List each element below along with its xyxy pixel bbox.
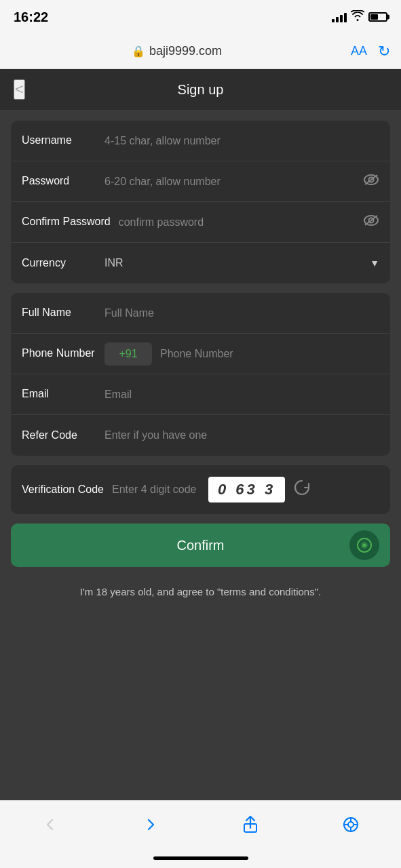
- currency-row[interactable]: Currency INR ▼: [11, 243, 390, 283]
- main-content: Username Password Confirm Password: [0, 110, 401, 800]
- page-header: < Sign up: [0, 69, 401, 110]
- username-input[interactable]: [104, 135, 379, 147]
- currency-label: Currency: [22, 256, 96, 271]
- status-bar: 16:22: [0, 0, 401, 34]
- captcha-display: 0 63 3: [208, 477, 285, 502]
- currency-dropdown-arrow: ▼: [370, 258, 379, 269]
- nav-forward-button[interactable]: [134, 808, 168, 842]
- refer-code-row: Refer Code: [11, 415, 390, 456]
- phone-number-row: Phone Number +91: [11, 334, 390, 374]
- refer-code-input[interactable]: [104, 429, 379, 441]
- username-label: Username: [22, 134, 96, 148]
- refer-code-label: Refer Code: [22, 429, 96, 443]
- currency-value: INR: [104, 257, 362, 269]
- svg-point-8: [363, 544, 366, 547]
- nav-share-button[interactable]: [233, 808, 267, 842]
- confirm-password-eye-icon[interactable]: [363, 214, 379, 230]
- browser-nav: [0, 800, 401, 848]
- wifi-icon: [351, 10, 364, 24]
- email-label: Email: [22, 387, 96, 401]
- confirm-password-row: Confirm Password: [11, 202, 390, 243]
- page-title: Sign up: [178, 82, 224, 98]
- verification-label: Verification Code: [22, 483, 104, 497]
- refresh-captcha-button[interactable]: [293, 479, 311, 500]
- confirm-password-label: Confirm Password: [22, 215, 111, 229]
- password-row: Password: [11, 161, 390, 202]
- browser-bar: 🔒 baji9999.com AA ↻: [0, 34, 401, 69]
- confirm-button-label: Confirm: [176, 538, 224, 553]
- browser-actions: AA ↻: [351, 43, 390, 60]
- verification-row: Verification Code 0 63 3: [11, 465, 390, 514]
- refresh-button[interactable]: ↻: [378, 43, 390, 60]
- fullname-input[interactable]: [104, 307, 379, 319]
- confirm-button[interactable]: Confirm: [11, 524, 390, 567]
- password-eye-icon[interactable]: [363, 174, 379, 189]
- account-info-card: Username Password Confirm Password: [11, 121, 390, 283]
- svg-point-11: [348, 822, 354, 827]
- home-indicator: [0, 848, 401, 868]
- nav-bookmarks-button[interactable]: [334, 808, 368, 842]
- email-row: Email: [11, 374, 390, 415]
- username-row: Username: [11, 121, 390, 161]
- aa-button[interactable]: AA: [351, 44, 367, 58]
- nav-back-button[interactable]: [33, 808, 67, 842]
- terms-text: I'm 18 years old, and agree to "terms an…: [11, 576, 390, 607]
- status-icons: [332, 10, 387, 24]
- phone-number-input[interactable]: [160, 348, 379, 360]
- battery-icon: [368, 12, 387, 22]
- url-text: baji9999.com: [149, 44, 222, 58]
- url-bar[interactable]: 🔒 baji9999.com: [11, 44, 343, 58]
- phone-prefix[interactable]: +91: [104, 342, 152, 366]
- fullname-label: Full Name: [22, 306, 96, 320]
- fullname-row: Full Name: [11, 293, 390, 334]
- lock-icon: 🔒: [132, 45, 145, 58]
- password-input[interactable]: [104, 176, 355, 188]
- verification-card: Verification Code 0 63 3: [11, 465, 390, 514]
- email-input[interactable]: [104, 389, 379, 401]
- verification-input[interactable]: [112, 484, 200, 496]
- password-label: Password: [22, 174, 96, 189]
- phone-number-label: Phone Number: [22, 347, 96, 361]
- confirm-password-input[interactable]: [119, 216, 355, 229]
- chat-support-icon[interactable]: [349, 530, 379, 560]
- home-bar: [153, 856, 248, 860]
- signal-icon: [332, 12, 347, 22]
- personal-info-card: Full Name Phone Number +91 Email Refer C…: [11, 293, 390, 456]
- status-time: 16:22: [14, 9, 48, 25]
- back-button[interactable]: <: [14, 79, 25, 100]
